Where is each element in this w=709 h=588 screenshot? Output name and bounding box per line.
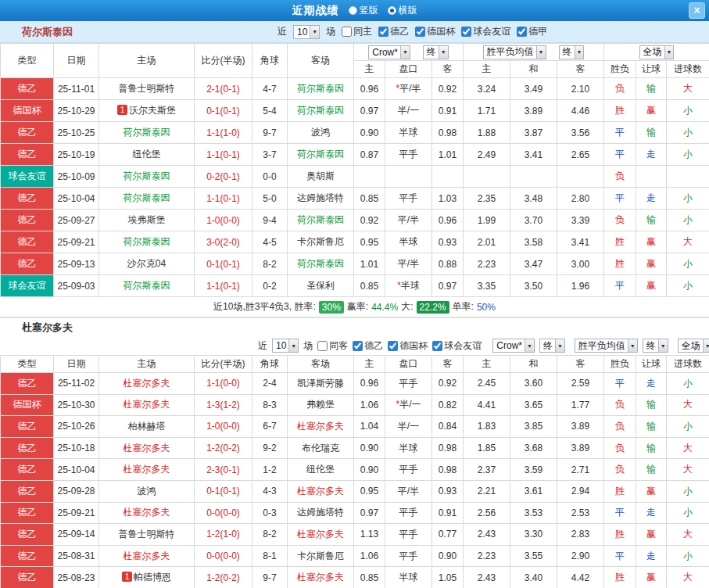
avg-draw-cell: 3.85 bbox=[510, 416, 557, 438]
handicap-result-cell: 赢 bbox=[636, 100, 667, 122]
final-odds-select[interactable]: 终▼ bbox=[423, 45, 449, 59]
result-cell: 平 bbox=[604, 188, 636, 210]
col-header: 日期 bbox=[54, 356, 99, 373]
checkbox-input[interactable] bbox=[317, 341, 328, 351]
date-cell: 25-09-14 bbox=[54, 524, 99, 546]
col-header: 进球数 bbox=[667, 356, 709, 373]
home-team-cell: 柏林赫塔 bbox=[99, 416, 195, 438]
goals-result-cell: 小 bbox=[667, 100, 709, 122]
corner-cell: 0-2 bbox=[252, 275, 288, 297]
checkbox-input[interactable] bbox=[517, 27, 527, 37]
close-button[interactable]: × bbox=[689, 2, 705, 19]
filter-checkbox-3[interactable]: 球会友谊 bbox=[432, 339, 482, 353]
away-odds-cell: 0.98 bbox=[432, 437, 464, 459]
bookmaker-select[interactable]: Crow*▼ bbox=[368, 45, 410, 59]
handicap-cell: *半球 bbox=[385, 275, 432, 297]
handicap-cell: 平/半 bbox=[385, 253, 432, 275]
handicap-cell: 半/一 bbox=[385, 100, 432, 122]
final-avg-select[interactable]: 终▼ bbox=[643, 339, 668, 353]
recent-count-select[interactable]: 10▼ bbox=[272, 339, 299, 353]
avg-draw-cell: 3.60 bbox=[510, 373, 557, 395]
home-odds-cell: 0.97 bbox=[354, 100, 385, 122]
result-cell: 负 bbox=[604, 437, 636, 459]
score-cell: 1-1(0-1) bbox=[195, 188, 252, 210]
league-cell: 德乙 bbox=[1, 437, 54, 459]
handicap-cell: 平/半 bbox=[385, 210, 432, 231]
result-cell: 胜 bbox=[604, 100, 636, 122]
corner-cell: 9-2 bbox=[252, 437, 288, 459]
home-team-cell: 杜塞尔多夫 bbox=[99, 502, 195, 524]
match-row: 球会友谊25-09-03荷尔斯泰因1-1(0-1)0-2圣保利0.85*半球0.… bbox=[1, 275, 709, 297]
filter-checkbox-0[interactable]: 同客 bbox=[317, 339, 348, 353]
filter-checkbox-3[interactable]: 球会友谊 bbox=[461, 25, 510, 38]
match-row: 德乙25-10-25荷尔斯泰因1-1(1-0)9-7波鸿0.90半球0.981.… bbox=[1, 122, 709, 144]
checkbox-input[interactable] bbox=[432, 341, 442, 351]
recent-unit-label: 场 bbox=[326, 25, 335, 38]
scope-select[interactable]: 全场▼ bbox=[639, 45, 675, 59]
bookmaker-select[interactable]: Crow*▼ bbox=[492, 339, 535, 353]
filter-checkbox-1[interactable]: 德乙 bbox=[378, 25, 409, 38]
avg-draw-cell: 3.50 bbox=[510, 275, 557, 297]
summary-mid1: 赢率: bbox=[347, 300, 368, 314]
checkbox-input[interactable] bbox=[378, 27, 389, 37]
away-team-cell: 荷尔斯泰因 bbox=[288, 144, 354, 166]
avg-home-cell: 2.43 bbox=[464, 567, 510, 588]
layout-radio-vertical[interactable]: 竖版 bbox=[349, 4, 378, 17]
match-row: 德乙25-08-231帕德博恩1-2(0-2)9-7杜塞尔多夫0.85半球1.0… bbox=[1, 567, 709, 588]
filter-checkbox-4[interactable]: 德甲 bbox=[517, 25, 547, 38]
date-cell: 25-09-27 bbox=[54, 210, 99, 231]
corner-cell: 5-4 bbox=[252, 100, 288, 122]
select-value: 胜平负均值 bbox=[487, 45, 536, 59]
league-cell: 德乙 bbox=[1, 567, 54, 588]
result-cell: 胜 bbox=[604, 524, 636, 546]
layout-radio-horizontal[interactable]: 横版 bbox=[388, 4, 417, 17]
checkbox-input[interactable] bbox=[353, 341, 363, 351]
league-cell: 德国杯 bbox=[1, 100, 54, 122]
col-header: 客 bbox=[432, 356, 464, 373]
away-team-cell: 荷尔斯泰因 bbox=[288, 78, 354, 100]
select-value: 10 bbox=[276, 340, 288, 351]
date-cell: 25-09-21 bbox=[54, 502, 99, 524]
col-header: 类型 bbox=[1, 356, 54, 373]
away-odds-cell: 0.90 bbox=[432, 545, 464, 567]
away-team-cell: 荷尔斯泰因 bbox=[288, 100, 354, 122]
avg-home-cell: 4.41 bbox=[464, 394, 510, 416]
col-header-avg-away: 客 bbox=[557, 61, 604, 78]
league-cell: 德乙 bbox=[1, 78, 54, 100]
home-odds-cell: 0.92 bbox=[354, 210, 385, 231]
handicap-cell: 半球 bbox=[385, 122, 432, 144]
final-odds-select[interactable]: 终▼ bbox=[539, 339, 565, 353]
checkbox-input[interactable] bbox=[388, 341, 398, 351]
handicap-cell: *半/一 bbox=[385, 394, 432, 416]
home-team-cell: 杜塞尔多夫 bbox=[99, 545, 195, 567]
corner-cell: 4-7 bbox=[252, 78, 288, 100]
handicap-result-cell: 输 bbox=[636, 459, 667, 481]
avg-away-cell: 1.96 bbox=[557, 275, 604, 297]
scope-select[interactable]: 全场▼ bbox=[678, 339, 709, 353]
handicap-result-cell: 输 bbox=[636, 416, 667, 438]
avg-odds-select[interactable]: 胜平负均值▼ bbox=[483, 45, 546, 59]
match-row: 球会友谊25-10-09荷尔斯泰因0-2(0-1)0-0奥胡斯负 bbox=[1, 166, 709, 188]
team1-filters: 近10▼场同主德乙德国杯球会友谊德甲 bbox=[278, 21, 547, 42]
result-cell: 负 bbox=[604, 78, 636, 100]
avg-draw-cell: 3.87 bbox=[510, 122, 557, 144]
date-cell: 25-09-21 bbox=[54, 231, 99, 253]
avg-draw-cell: 3.70 bbox=[510, 210, 557, 231]
filter-checkbox-0[interactable]: 同主 bbox=[342, 25, 372, 38]
filter-checkbox-2[interactable]: 德国杯 bbox=[388, 339, 428, 353]
avg-draw-cell: 3.53 bbox=[510, 502, 557, 524]
filter-checkbox-2[interactable]: 德国杯 bbox=[415, 25, 455, 38]
home-odds-cell: 0.95 bbox=[354, 480, 385, 502]
checkbox-input[interactable] bbox=[342, 27, 352, 37]
recent-count-select[interactable]: 10▼ bbox=[293, 25, 320, 39]
big-rate-badge: 22.2% bbox=[417, 301, 449, 314]
dropdown-arrow-icon: ▼ bbox=[575, 46, 584, 59]
avg-odds-select[interactable]: 胜平负均值▼ bbox=[575, 339, 638, 353]
checkbox-input[interactable] bbox=[461, 27, 471, 37]
filter-checkbox-1[interactable]: 德乙 bbox=[353, 339, 383, 353]
final-avg-select[interactable]: 终▼ bbox=[559, 45, 585, 59]
avg-home-cell: 2.43 bbox=[464, 524, 510, 546]
checkbox-input[interactable] bbox=[415, 27, 425, 37]
handicap-cell: *平/半 bbox=[385, 78, 432, 100]
checkbox-label: 德乙 bbox=[364, 339, 383, 353]
